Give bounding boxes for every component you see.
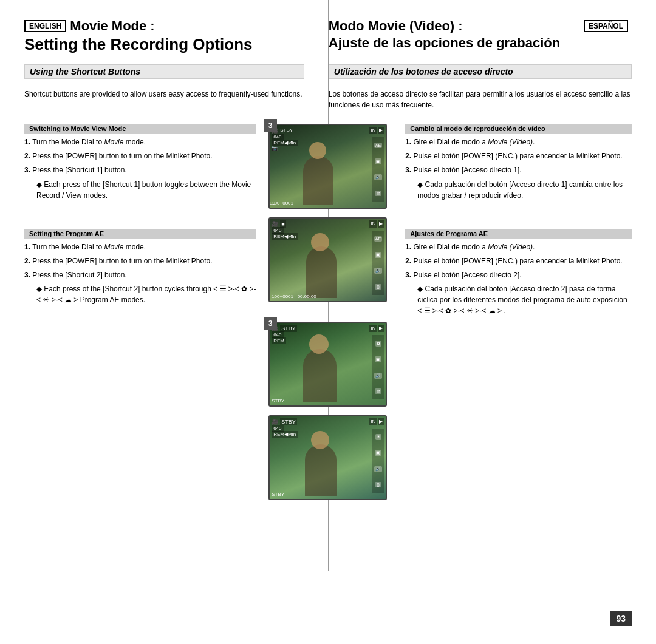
- english-title-line2: Setting the Recording Options: [24, 35, 304, 54]
- step-badge-1: 3: [264, 119, 277, 132]
- english-badge: ENGLISH: [24, 20, 66, 32]
- espanol-title-block: Modo Movie (Video) : ESPAÑOL Ajuste de l…: [316, 18, 632, 54]
- cam1-top-hud: 🎥 STBY IN ▶: [272, 127, 384, 134]
- image-block-2: 🎥 ■ IN ▶ 640 REM◀MIn AE ▣ 🔊: [268, 217, 387, 302]
- image-block-3: 3 🎥 STBY IN ▶ 640: [268, 322, 387, 407]
- en-bullet2: Each press of the [Shortcut 2] button cy…: [36, 283, 256, 305]
- en-subsection1-heading: Switching to Movie View Mode: [24, 124, 256, 134]
- cam2-bottom: 100~0001 00:00:00: [272, 294, 316, 299]
- es-subsection2-heading: Ajustes de Programa AE: [405, 229, 632, 239]
- cam3-bottom: STBY: [272, 398, 284, 404]
- english-title-line1: Movie Mode :: [70, 18, 154, 34]
- cam2-rem: REM◀MIn: [272, 233, 298, 240]
- espanol-badge: ESPAÑOL: [584, 20, 628, 32]
- cam4-top-hud: 🎥 STBY IN ▶: [272, 418, 384, 425]
- camera-image-2: 🎥 ■ IN ▶ 640 REM◀MIn AE ▣ 🔊: [268, 217, 387, 302]
- english-section-heading: Using the Shortcut Buttons: [24, 64, 304, 79]
- camera-image-4: 🎥 STBY IN ▶ 640 REM◀MIn ☀ ▣ 🔊: [268, 415, 387, 500]
- cam1-icon-row: 📷: [272, 146, 278, 151]
- espanol-section-heading: Utilización de los botones de acceso dir…: [329, 64, 632, 79]
- cam3-right-hud: ✿ ▣ 🔊 🗑: [372, 335, 384, 399]
- page: ENGLISH Movie Mode : Setting the Recordi…: [0, 0, 656, 644]
- cam4-right-hud: ☀ ▣ 🔊 🗑: [372, 429, 384, 493]
- cam1-bottom-hud: 100~0001 00:00:00: [272, 200, 293, 206]
- image-block-4: 🎥 STBY IN ▶ 640 REM◀MIn ☀ ▣ 🔊: [268, 415, 387, 500]
- cam2-right-hud: AE ▣ 🔊 🗑: [372, 231, 384, 295]
- en-steps-1: 1. Turn the Mode Dial to Movie mode. 2. …: [24, 137, 256, 201]
- en-subsection2-heading: Setting the Program AE: [24, 229, 256, 239]
- page-number: 93: [610, 611, 632, 626]
- camera-image-3: 🎥 STBY IN ▶ 640 REM ✿ ▣ 🔊 �: [268, 322, 387, 407]
- cam1-right-hud: AE ▣ 🔊 🗑: [372, 137, 384, 202]
- espanol-title-line2: Ajuste de las opciones de grabación: [329, 35, 632, 51]
- cam4-bottom: STBY: [272, 492, 284, 497]
- cam3-rem: REM: [272, 337, 286, 344]
- cam2-top-hud: 🎥 ■ IN ▶: [272, 220, 384, 228]
- espanol-intro: Los botones de acceso directo se facilit…: [329, 89, 632, 110]
- espanol-title-line1: Modo Movie (Video) :: [329, 18, 463, 34]
- en-steps-2: 1. Turn the Mode Dial to Movie mode. 2. …: [24, 242, 256, 306]
- right-text-col: Cambio al modo de reproducción de vídeo …: [393, 124, 632, 504]
- es-bullet2: Cada pulsación del botón [Acceso directo…: [417, 283, 632, 316]
- en-bullet1: Each press of the [Shortcut 1] button to…: [36, 179, 256, 201]
- image-block-1: 3 🎥 STBY IN ▶: [268, 124, 387, 209]
- cam1-stby: STBY: [280, 127, 293, 133]
- english-intro: Shortcut buttons are provided to allow u…: [24, 89, 304, 100]
- es-subsection1-heading: Cambio al modo de reproducción de vídeo: [405, 124, 632, 134]
- es-steps-2: 1. Gire el Dial de modo a Movie (Video).…: [405, 242, 632, 317]
- camera-image-1: 🎥 STBY IN ▶ 640 REM◀MIn 📷 AE ▣: [268, 124, 387, 209]
- es-steps-1: 1. Gire el Dial de modo a Movie (Video).…: [405, 137, 632, 201]
- english-title-block: ENGLISH Movie Mode : Setting the Recordi…: [24, 18, 316, 54]
- step-badge-3: 3: [264, 317, 277, 330]
- left-text-col: Switching to Movie View Mode 1. Turn the…: [24, 124, 262, 504]
- es-bullet1: Cada pulsación del botón [Acceso directo…: [417, 179, 632, 201]
- cam3-top-hud: 🎥 STBY IN ▶: [272, 325, 384, 332]
